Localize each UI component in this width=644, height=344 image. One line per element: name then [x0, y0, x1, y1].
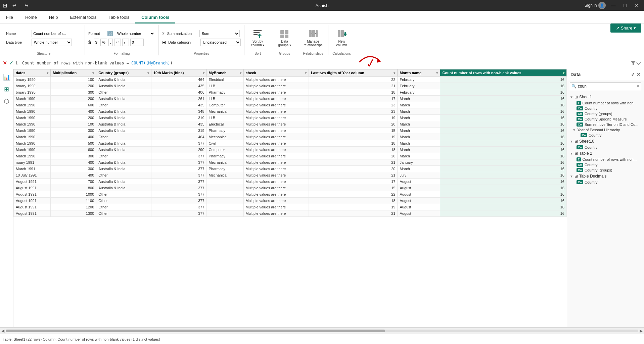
report-view-icon[interactable]: 📊 — [1, 72, 12, 83]
data-category-select[interactable]: Uncategorized — [200, 39, 241, 46]
cell-month_name: March — [398, 128, 440, 134]
cell-mybranch — [206, 198, 243, 204]
cell-multiplication: 1100 — [51, 198, 96, 204]
data-category-label: Data category — [168, 40, 198, 44]
undo-button[interactable]: ↩ — [10, 3, 19, 8]
cell-country_groups: Other — [96, 191, 151, 198]
calculations-buttons: Newcolumn — [333, 25, 350, 51]
right-panel-close-button[interactable]: ✕ — [637, 72, 641, 77]
cell-mybranch — [206, 204, 243, 210]
new-column-button[interactable]: Newcolumn — [333, 28, 350, 48]
tree-item[interactable]: Co Country — [567, 106, 644, 111]
ribbon: Name Data type Whole number Structure Fo… — [0, 23, 644, 57]
data-groups-button[interactable]: Datagroups ▾ — [276, 28, 293, 48]
cell-country_groups: Australia & India — [96, 185, 151, 191]
cell-country_groups: Australia & India — [96, 83, 151, 89]
tree-section-table-2[interactable]: ▼ ⊞ Table 2 — [567, 150, 644, 157]
right-panel-expand-icon[interactable]: ⤢ — [631, 72, 635, 77]
marks-bins-filter-icon[interactable]: ▾ — [203, 71, 204, 75]
decimal-input[interactable] — [130, 39, 144, 46]
cell-mybranch: LLB — [206, 96, 243, 102]
tree-section-table-decimals[interactable]: ▼ ⊞ Table Decimals — [567, 173, 644, 180]
tree-item[interactable]: Σ Count number of rows with non... — [567, 100, 644, 106]
redo-button[interactable]: ↪ — [22, 3, 31, 8]
decrease-decimal-button[interactable]: ₀₋ — [122, 39, 129, 46]
table-row: bruary 1990200Australia & India435LLBMul… — [14, 83, 567, 89]
table-row: bruary 1990300Other406PharmacyMultiple v… — [14, 89, 567, 96]
name-input[interactable] — [32, 30, 81, 37]
data-category-icon: ⊞ — [162, 40, 166, 45]
comma-button[interactable]: , — [108, 39, 113, 46]
tree-item[interactable]: Co Country (groups) — [567, 167, 644, 173]
tab-table-tools[interactable]: Table tools — [102, 12, 135, 23]
tree-section-sheet16[interactable]: ▼ ⊞ Sheet16 — [567, 138, 644, 145]
table-icon: ⊞ — [574, 139, 578, 144]
hscroll-track[interactable] — [6, 330, 638, 332]
tab-column-tools[interactable]: Column tools — [135, 12, 175, 23]
tab-external-tools[interactable]: External tools — [64, 12, 102, 23]
multiplication-filter-icon[interactable]: ▾ — [92, 71, 94, 75]
scroll-left-button[interactable]: ◀ — [1, 329, 4, 333]
tree-item[interactable]: Co Country — [567, 133, 644, 138]
count-filter-icon[interactable]: ▾ — [563, 71, 564, 75]
cell-country_groups: Other — [96, 198, 151, 204]
sign-in-button[interactable]: Sign in 👤 — [585, 2, 606, 9]
check-filter-icon[interactable]: ▾ — [305, 71, 307, 75]
summarization-select[interactable]: Sum — [199, 30, 240, 37]
sort-by-column-button[interactable]: Sort bycolumn ▾ — [249, 28, 266, 48]
tab-home[interactable]: Home — [19, 12, 43, 23]
currency-button[interactable]: $ — [94, 39, 99, 46]
cell-count_col: 16 — [440, 108, 567, 115]
tab-help[interactable]: Help — [43, 12, 64, 23]
manage-relationships-label: Managerelationships — [304, 40, 322, 47]
search-input[interactable] — [577, 83, 636, 90]
cell-count_col: 16 — [440, 96, 567, 102]
hscroll-thumb[interactable] — [6, 330, 385, 332]
maximize-button[interactable]: □ — [621, 3, 629, 8]
table-view-icon[interactable]: ⊞ — [1, 84, 12, 95]
cell-marks_bins: 377 — [151, 191, 206, 198]
percent-button[interactable]: % — [100, 39, 107, 46]
share-button[interactable]: ↗ Share ▾ — [610, 23, 641, 33]
formula-cancel-button[interactable]: ✕ — [3, 60, 7, 66]
cell-count_col: 16 — [440, 134, 567, 140]
svg-rect-8 — [309, 30, 312, 37]
data-type-select[interactable]: Whole number — [32, 39, 72, 46]
tree-item[interactable]: Co Sum removefilter on ID and Co... — [567, 122, 644, 127]
cell-country_groups: Australia & India — [96, 147, 151, 153]
summarization-icon: Σ — [162, 31, 165, 36]
tree-item[interactable]: Σ Count number of rows with non... — [567, 157, 644, 162]
country-groups-filter-icon[interactable]: ▾ — [147, 71, 149, 75]
mybranch-filter-icon[interactable]: ▾ — [240, 71, 241, 75]
table-icon: ⊞ — [574, 151, 578, 156]
minimize-button[interactable]: — — [608, 3, 618, 8]
scroll-right-button[interactable]: ▶ — [640, 329, 643, 333]
close-button[interactable]: ✕ — [632, 3, 641, 8]
tree-item[interactable]: Co Country — [567, 180, 644, 185]
last-two-digits-filter-icon[interactable]: ▾ — [394, 71, 395, 75]
dates-filter-icon[interactable]: ▾ — [47, 71, 48, 75]
data-category-row: ⊞ Data category Uncategorized — [162, 39, 241, 46]
cell-marks_bins: 261 — [151, 96, 206, 102]
tree-item[interactable]: Co Country — [567, 145, 644, 150]
formula-confirm-button[interactable]: ✓ — [9, 60, 13, 66]
model-view-icon[interactable]: ⬡ — [1, 96, 12, 107]
cell-month_name: March — [398, 134, 440, 140]
manage-relationships-button[interactable]: Managerelationships — [302, 28, 324, 48]
cell-last_two_digits: 15 — [309, 128, 397, 134]
format-select[interactable]: Whole number — [115, 30, 155, 37]
tree-item[interactable]: Co Country — [567, 162, 644, 167]
tree-subsection-year-hierarchy[interactable]: ▼ Year of Passout Hierarchy — [567, 127, 644, 133]
tab-file[interactable]: File — [0, 12, 19, 23]
col-header-check: check ▾ — [243, 69, 309, 77]
month-name-filter-icon[interactable]: ▾ — [436, 71, 438, 75]
cell-multiplication: 300 — [51, 166, 96, 172]
data-type-row: Data type Whole number — [6, 39, 81, 46]
tree-section-sheet1[interactable]: ▼ ⊞ Sheet1 — [567, 94, 644, 100]
tree-item[interactable]: Co Country Specific Measure — [567, 116, 644, 122]
search-clear-button[interactable]: ✕ — [636, 84, 640, 89]
svg-rect-2 — [254, 34, 258, 35]
increase-decimal-button[interactable]: ⁰⁺ — [114, 39, 121, 46]
cell-last_two_digits: 18 — [309, 147, 397, 153]
tree-item[interactable]: Co Country (groups) — [567, 111, 644, 116]
